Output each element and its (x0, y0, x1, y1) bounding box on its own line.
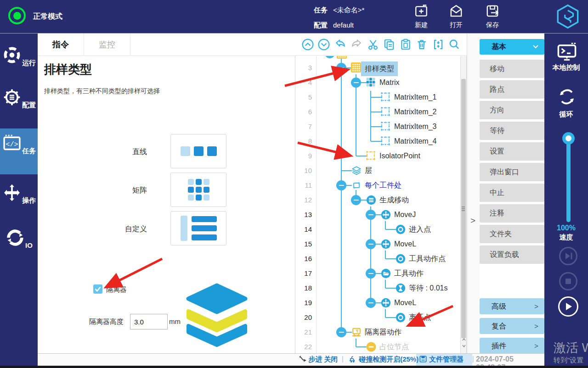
collapse-toggle[interactable] (366, 239, 376, 249)
scroll-down-icon[interactable] (462, 344, 466, 348)
tree-row-14[interactable]: 14进入点 (295, 222, 460, 237)
topbar-action-3[interactable]: 保存 (479, 4, 506, 30)
step-mode-status[interactable]: 步进 关闭 (299, 355, 338, 364)
tree-node-label[interactable]: IsolatorPoint (379, 149, 420, 163)
tree-node-label[interactable]: MatrixItem_2 (394, 105, 436, 119)
sidebar-item-jog[interactable]: 操作 (0, 178, 38, 220)
tree-node-label[interactable]: Matrix (379, 75, 400, 90)
tree-row-3[interactable]: 3排样类型 (295, 61, 460, 75)
collapse-toggle[interactable] (351, 78, 361, 88)
tree-row-16[interactable]: 16工具动作点 (295, 251, 460, 266)
expand-chevron-icon[interactable]: > (470, 216, 475, 226)
isolator-height-input[interactable] (130, 314, 168, 329)
paste-button[interactable] (399, 38, 413, 51)
tree-scrollbar[interactable] (460, 56, 467, 353)
tree-row-20[interactable]: 20离开点 (295, 310, 460, 325)
sidebar-item-run[interactable]: 运行 (0, 40, 38, 83)
tree-row-15[interactable]: 15MoveL (295, 237, 460, 251)
tree-row-22[interactable]: 22占位节点 (295, 340, 460, 353)
tab-instruction[interactable]: 指令 (38, 33, 84, 56)
delete-button[interactable] (415, 38, 429, 51)
file-manager-button[interactable]: 文件管理器 (419, 355, 464, 364)
tree-node-label[interactable]: 工具动作点 (409, 251, 446, 266)
search-button[interactable] (447, 38, 461, 51)
palette-item-9[interactable]: 文件夹 (480, 225, 544, 243)
tree-row-18[interactable]: 18等待 : 0.01s (295, 281, 460, 296)
tree-row-6[interactable]: 6MatrixItem_2 (295, 105, 460, 119)
scroll-up-icon[interactable] (462, 337, 466, 342)
undo-button[interactable] (334, 38, 347, 51)
tree-node-label[interactable]: 隔离器动作 (365, 325, 401, 340)
sidebar-item-io[interactable]: IO (0, 223, 38, 260)
tree-row-7[interactable]: 7MatrixItem_3 (295, 119, 460, 134)
tree-row-12[interactable]: 12生成移动 (295, 193, 460, 207)
speed-slider-handle[interactable] (562, 132, 575, 145)
tree-node-label[interactable]: 工具动作 (394, 266, 424, 281)
palette-item-8[interactable]: 注释 (480, 204, 544, 223)
merge-button[interactable] (431, 38, 445, 51)
cycle-icon[interactable] (557, 87, 577, 108)
collapse-toggle[interactable] (366, 298, 376, 308)
isolator-checkbox[interactable] (93, 284, 102, 294)
copy-button[interactable] (382, 38, 396, 51)
tree-row-11[interactable]: 11每个工件处 (295, 178, 460, 193)
tree-node-label[interactable]: 每个工件处 (365, 178, 401, 193)
redo-button[interactable] (350, 38, 363, 51)
palette-item-2[interactable]: 路点 (480, 80, 544, 99)
tree-node-label[interactable]: MatrixItem_1 (394, 90, 436, 105)
collapse-toggle[interactable] (336, 180, 346, 190)
tree-node-label[interactable]: MatrixItem_3 (394, 119, 436, 134)
palette-item-1[interactable]: 移动 (480, 60, 544, 78)
speed-slider-track[interactable] (566, 138, 571, 222)
tree-node-label[interactable]: 排样类型 (361, 61, 398, 76)
tree-node-label[interactable]: MoveL (394, 296, 416, 310)
tree-row-4[interactable]: 4Matrix (295, 75, 460, 90)
collapse-toggle[interactable] (325, 56, 335, 58)
palette-item-5[interactable]: 设置 (480, 142, 544, 161)
tree-row-5[interactable]: 5MatrixItem_1 (295, 90, 460, 105)
stop-button[interactable] (559, 272, 577, 290)
collapse-toggle[interactable] (351, 195, 361, 205)
move-up-button[interactable] (301, 38, 315, 51)
tree-node-label[interactable]: 离开点 (409, 310, 431, 325)
tree-node-label[interactable]: MoveL (394, 237, 416, 251)
tree-row-13[interactable]: 13MoveJ (295, 207, 460, 222)
cut-button[interactable] (366, 38, 380, 51)
palette-item-3[interactable]: 方向 (480, 101, 544, 119)
palette-group-1[interactable]: 高级> (480, 298, 544, 314)
palette-item-4[interactable]: 等待 (480, 122, 544, 140)
tree-node-label[interactable]: MatrixItem_4 (394, 134, 436, 149)
sidebar-item-task[interactable]: </>任务 (0, 128, 38, 174)
topbar-action-2[interactable]: 打开 (442, 4, 470, 30)
play-button[interactable] (558, 296, 578, 317)
tab-monitor[interactable]: 监控 (84, 33, 130, 56)
tree-row-10[interactable]: 10层 (295, 163, 460, 178)
collapse-toggle[interactable] (366, 210, 376, 220)
collapse-toggle[interactable] (336, 63, 346, 73)
tree-row-9[interactable]: 9IsolatorPoint (295, 149, 460, 163)
palette-category-basic[interactable]: 基本 (480, 39, 544, 55)
collapse-toggle[interactable] (336, 327, 346, 337)
tree-row-8[interactable]: 8MatrixItem_4 (295, 134, 460, 149)
option-line-card[interactable] (170, 134, 226, 168)
tree-node-label[interactable]: 占位节点 (379, 340, 409, 353)
palette-item-6[interactable]: 弹出窗口 (480, 163, 544, 181)
step-button[interactable] (559, 247, 577, 265)
palette-group-3[interactable]: 插件> (480, 338, 544, 354)
palette-group-2[interactable]: 复合> (480, 318, 544, 334)
tree-node-label[interactable]: 层 (365, 163, 372, 178)
tree-row-17[interactable]: 17工具动作 (295, 266, 460, 281)
option-matrix-card[interactable] (170, 173, 226, 207)
move-down-button[interactable] (317, 38, 331, 51)
collapse-toggle[interactable] (366, 268, 376, 279)
option-custom-card[interactable] (170, 211, 226, 245)
topbar-action-1[interactable]: 新建 (407, 4, 435, 30)
tree-row-21[interactable]: 21隔离器动作 (295, 325, 460, 340)
tree-node-label[interactable]: 生成移动 (379, 193, 409, 207)
tree-node-label[interactable]: 等待 : 0.01s (409, 281, 447, 296)
tree-row-19[interactable]: 19MoveL (295, 296, 460, 310)
collision-detect-status[interactable]: 碰撞检测开启(25%) (348, 355, 418, 364)
local-control-icon[interactable] (556, 41, 577, 64)
tree-node-label[interactable]: 进入点 (409, 222, 431, 237)
palette-item-7[interactable]: 中止 (480, 184, 544, 202)
